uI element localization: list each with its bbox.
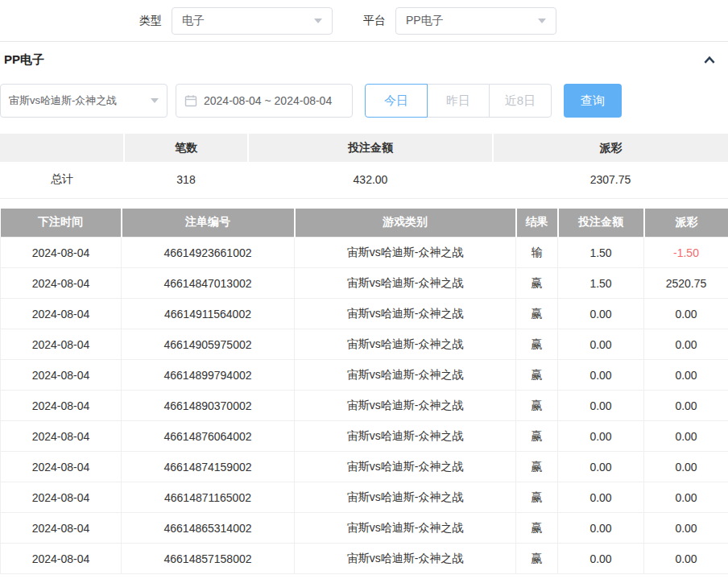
date-range-input[interactable]: 2024-08-04 ~ 2024-08-04 (176, 84, 353, 118)
bet-amount-cell: 0.00 (558, 544, 644, 574)
result-cell: 赢 (516, 452, 558, 482)
chevron-down-icon (538, 19, 546, 23)
game-category-cell: 宙斯vs哈迪斯-众神之战 (295, 452, 516, 482)
bet-time-cell: 2024-08-04 (1, 268, 122, 299)
payout-cell: 2520.75 (644, 268, 728, 299)
result-cell: 赢 (516, 544, 558, 574)
bet-amount-cell: 0.00 (558, 421, 644, 452)
chevron-down-icon (151, 98, 159, 103)
summary-bet-amount-value: 432.00 (248, 162, 493, 198)
platform-select[interactable]: PP电子 (395, 7, 556, 35)
bet-table-header-row: 下注时间 注单编号 游戏类别 结果 投注金额 派彩 (1, 209, 728, 238)
result-cell: 赢 (516, 299, 558, 329)
table-row: 2024-08-0446614871165002宙斯vs哈迪斯-众神之战赢0.0… (1, 482, 728, 513)
bet-no-cell: 46614923661002 (122, 238, 295, 268)
table-row: 2024-08-0446614911564002宙斯vs哈迪斯-众神之战赢0.0… (1, 299, 728, 329)
type-select[interactable]: 电子 (172, 7, 333, 35)
bet-table-body: 2024-08-0446614923661002宙斯vs哈迪斯-众神之战输1.5… (1, 238, 728, 574)
bet-no-cell: 46614911564002 (122, 299, 295, 329)
payout-cell: 0.00 (644, 329, 728, 360)
chevron-up-icon (702, 53, 717, 68)
bet-time-cell: 2024-08-04 (1, 544, 122, 574)
payout-cell: 0.00 (644, 544, 728, 574)
yesterday-button[interactable]: 昨日 (427, 84, 490, 118)
bet-no-cell: 46614871165002 (122, 482, 295, 513)
header-bet-time: 下注时间 (1, 209, 122, 238)
bet-amount-cell: 0.00 (558, 329, 644, 360)
bet-amount-cell: 0.00 (558, 299, 644, 329)
table-row: 2024-08-0446614847013002宙斯vs哈迪斯-众神之战赢1.5… (1, 268, 728, 299)
header-payout: 派彩 (644, 209, 728, 238)
platform-select-value: PP电子 (406, 14, 444, 28)
payout-cell: 0.00 (644, 513, 728, 544)
header-result: 结果 (516, 209, 558, 238)
calendar-icon (184, 94, 197, 107)
game-category-cell: 宙斯vs哈迪斯-众神之战 (295, 360, 516, 391)
game-category-cell: 宙斯vs哈迪斯-众神之战 (295, 544, 516, 574)
collapse-button[interactable] (702, 53, 717, 68)
table-row: 2024-08-0446614890370002宙斯vs哈迪斯-众神之战赢0.0… (1, 391, 728, 421)
controls-row: 宙斯vs哈迪斯-众神之战 2024-08-04 ~ 2024-08-04 今日 … (0, 84, 728, 118)
summary-header-count: 笔数 (124, 134, 248, 162)
query-button[interactable]: 查询 (564, 84, 622, 118)
top-filter-bar: 类型 电子 平台 PP电子 (0, 0, 728, 42)
bet-records-table: 下注时间 注单编号 游戏类别 结果 投注金额 派彩 2024-08-044661… (0, 209, 728, 575)
result-cell: 赢 (516, 329, 558, 360)
result-cell: 赢 (516, 513, 558, 544)
table-row: 2024-08-0446614905975002宙斯vs哈迪斯-众神之战赢0.0… (1, 329, 728, 360)
summary-header-payout: 派彩 (493, 134, 728, 162)
summary-header-empty (0, 134, 124, 162)
chevron-down-icon (314, 19, 322, 23)
bet-time-cell: 2024-08-04 (1, 299, 122, 329)
payout-cell: 0.00 (644, 360, 728, 391)
game-category-cell: 宙斯vs哈迪斯-众神之战 (295, 391, 516, 421)
result-cell: 赢 (516, 421, 558, 452)
result-cell: 输 (516, 238, 558, 268)
game-category-cell: 宙斯vs哈迪斯-众神之战 (295, 421, 516, 452)
header-game-category: 游戏类别 (295, 209, 516, 238)
bet-no-cell: 46614857158002 (122, 544, 295, 574)
bet-amount-cell: 1.50 (558, 268, 644, 299)
game-category-cell: 宙斯vs哈迪斯-众神之战 (295, 268, 516, 299)
bet-amount-cell: 0.00 (558, 482, 644, 513)
bet-no-cell: 46614847013002 (122, 268, 295, 299)
bet-time-cell: 2024-08-04 (1, 360, 122, 391)
game-category-cell: 宙斯vs哈迪斯-众神之战 (295, 513, 516, 544)
type-select-value: 电子 (182, 14, 205, 28)
bet-no-cell: 46614905975002 (122, 329, 295, 360)
game-category-cell: 宙斯vs哈迪斯-众神之战 (295, 238, 516, 268)
summary-header-row: 笔数 投注金额 派彩 (0, 134, 728, 162)
bet-amount-cell: 0.00 (558, 452, 644, 482)
section-header: PP电子 (0, 42, 728, 78)
table-row: 2024-08-0446614865314002宙斯vs哈迪斯-众神之战赢0.0… (1, 513, 728, 544)
last-8-days-button[interactable]: 近8日 (489, 84, 552, 118)
table-row: 2024-08-0446614876064002宙斯vs哈迪斯-众神之战赢0.0… (1, 421, 728, 452)
table-row: 2024-08-0446614874159002宙斯vs哈迪斯-众神之战赢0.0… (1, 452, 728, 482)
summary-total-row: 总计 318 432.00 2307.75 (0, 162, 728, 198)
bet-no-cell: 46614874159002 (122, 452, 295, 482)
bet-amount-cell: 1.50 (558, 238, 644, 268)
table-row: 2024-08-0446614899794002宙斯vs哈迪斯-众神之战赢0.0… (1, 360, 728, 391)
bet-amount-cell: 0.00 (558, 391, 644, 421)
bet-time-cell: 2024-08-04 (1, 329, 122, 360)
table-row: 2024-08-0446614923661002宙斯vs哈迪斯-众神之战输1.5… (1, 238, 728, 268)
summary-payout-value: 2307.75 (493, 162, 728, 198)
summary-total-label: 总计 (0, 162, 124, 198)
header-bet-amount: 投注金额 (558, 209, 644, 238)
bet-no-cell: 46614865314002 (122, 513, 295, 544)
result-cell: 赢 (516, 391, 558, 421)
game-category-cell: 宙斯vs哈迪斯-众神之战 (295, 299, 516, 329)
payout-cell: 0.00 (644, 452, 728, 482)
game-select[interactable]: 宙斯vs哈迪斯-众神之战 (0, 84, 168, 118)
bet-time-cell: 2024-08-04 (1, 391, 122, 421)
bet-time-cell: 2024-08-04 (1, 513, 122, 544)
result-cell: 赢 (516, 482, 558, 513)
payout-cell: 0.00 (644, 421, 728, 452)
bet-no-cell: 46614899794002 (122, 360, 295, 391)
today-button[interactable]: 今日 (365, 84, 428, 118)
bet-time-cell: 2024-08-04 (1, 421, 122, 452)
game-category-cell: 宙斯vs哈迪斯-众神之战 (295, 329, 516, 360)
quick-date-button-group: 今日 昨日 近8日 (365, 84, 552, 118)
date-range-value: 2024-08-04 ~ 2024-08-04 (204, 94, 332, 107)
header-bet-no: 注单编号 (122, 209, 295, 238)
